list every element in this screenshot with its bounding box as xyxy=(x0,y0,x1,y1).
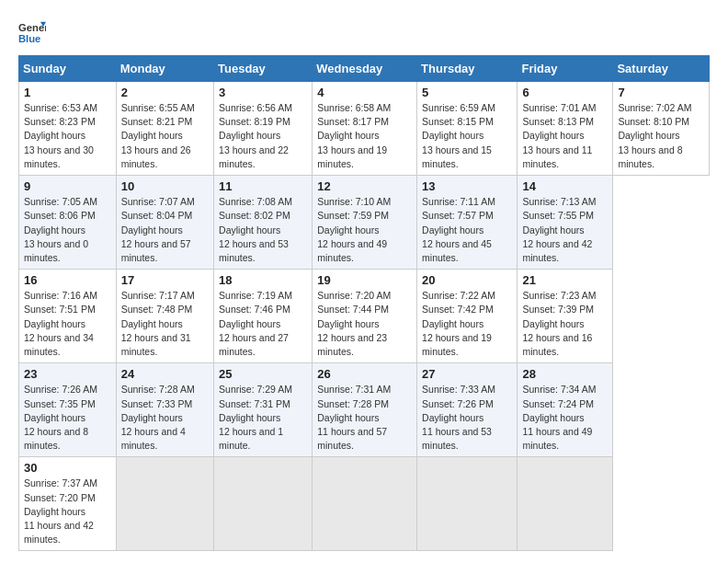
calendar-day-cell: 6Sunrise: 7:01 AMSunset: 8:13 PMDaylight… xyxy=(518,82,613,176)
logo: General Blue xyxy=(18,18,50,46)
calendar-day-cell: 30Sunrise: 7:37 AMSunset: 7:20 PMDayligh… xyxy=(19,457,117,551)
calendar-day-cell: 28Sunrise: 7:34 AMSunset: 7:24 PMDayligh… xyxy=(518,363,613,457)
calendar-day-cell xyxy=(214,457,313,551)
calendar-day-cell: 21Sunrise: 7:23 AMSunset: 7:39 PMDayligh… xyxy=(518,270,613,363)
day-info: Sunrise: 7:17 AMSunset: 7:48 PMDaylight … xyxy=(121,289,209,359)
weekday-header: Saturday xyxy=(613,56,710,82)
calendar-day-cell xyxy=(313,457,417,551)
day-number: 19 xyxy=(317,273,412,287)
day-info: Sunrise: 7:22 AMSunset: 7:42 PMDaylight … xyxy=(422,289,512,359)
day-info: Sunrise: 7:23 AMSunset: 7:39 PMDaylight … xyxy=(522,289,608,359)
calendar-day-cell: 14Sunrise: 7:13 AMSunset: 7:55 PMDayligh… xyxy=(518,176,613,270)
calendar-day-cell: 16Sunrise: 7:16 AMSunset: 7:51 PMDayligh… xyxy=(19,270,117,363)
day-info: Sunrise: 7:34 AMSunset: 7:24 PMDaylight … xyxy=(522,383,608,453)
calendar-week-row: 23Sunrise: 7:26 AMSunset: 7:35 PMDayligh… xyxy=(19,363,710,457)
day-number: 30 xyxy=(24,461,111,475)
calendar-day-cell: 4Sunrise: 6:58 AMSunset: 8:17 PMDaylight… xyxy=(313,82,417,176)
calendar-day-cell: 19Sunrise: 7:20 AMSunset: 7:44 PMDayligh… xyxy=(313,270,417,363)
day-info: Sunrise: 7:31 AMSunset: 7:28 PMDaylight … xyxy=(317,383,412,453)
day-info: Sunrise: 7:19 AMSunset: 7:46 PMDaylight … xyxy=(219,289,307,359)
day-number: 11 xyxy=(219,179,307,193)
calendar-day-cell: 26Sunrise: 7:31 AMSunset: 7:28 PMDayligh… xyxy=(313,363,417,457)
day-info: Sunrise: 6:56 AMSunset: 8:19 PMDaylight … xyxy=(219,101,307,171)
day-number: 9 xyxy=(24,179,111,193)
day-number: 1 xyxy=(24,86,111,99)
day-number: 10 xyxy=(121,179,209,193)
calendar-day-cell: 2Sunrise: 6:55 AMSunset: 8:21 PMDaylight… xyxy=(116,82,213,176)
day-number: 13 xyxy=(422,179,512,193)
day-number: 21 xyxy=(522,273,608,287)
calendar-day-cell xyxy=(417,457,518,551)
calendar-day-cell: 18Sunrise: 7:19 AMSunset: 7:46 PMDayligh… xyxy=(214,270,313,363)
calendar-day-cell: 5Sunrise: 6:59 AMSunset: 8:15 PMDaylight… xyxy=(417,82,518,176)
day-number: 16 xyxy=(24,273,111,287)
day-number: 23 xyxy=(24,367,111,381)
calendar-table: SundayMondayTuesdayWednesdayThursdayFrid… xyxy=(18,55,710,551)
calendar-day-cell: 12Sunrise: 7:10 AMSunset: 7:59 PMDayligh… xyxy=(313,176,417,270)
calendar-day-cell: 9Sunrise: 7:05 AMSunset: 8:06 PMDaylight… xyxy=(19,176,117,270)
day-info: Sunrise: 7:37 AMSunset: 7:20 PMDaylight … xyxy=(24,477,111,546)
calendar-week-row: 30Sunrise: 7:37 AMSunset: 7:20 PMDayligh… xyxy=(19,457,710,551)
calendar-day-cell xyxy=(116,457,213,551)
day-number: 4 xyxy=(317,86,412,99)
calendar-week-row: 1Sunrise: 6:53 AMSunset: 8:23 PMDaylight… xyxy=(19,82,710,176)
logo-icon: General Blue xyxy=(18,18,46,46)
day-info: Sunrise: 6:59 AMSunset: 8:15 PMDaylight … xyxy=(422,101,512,171)
calendar-day-cell: 3Sunrise: 6:56 AMSunset: 8:19 PMDaylight… xyxy=(214,82,313,176)
day-info: Sunrise: 7:05 AMSunset: 8:06 PMDaylight … xyxy=(24,195,111,265)
calendar-day-cell: 11Sunrise: 7:08 AMSunset: 8:02 PMDayligh… xyxy=(214,176,313,270)
calendar-day-cell: 25Sunrise: 7:29 AMSunset: 7:31 PMDayligh… xyxy=(214,363,313,457)
day-info: Sunrise: 7:13 AMSunset: 7:55 PMDaylight … xyxy=(522,195,608,265)
day-info: Sunrise: 7:16 AMSunset: 7:51 PMDaylight … xyxy=(24,289,111,359)
calendar-day-cell: 17Sunrise: 7:17 AMSunset: 7:48 PMDayligh… xyxy=(116,270,213,363)
calendar-day-cell: 23Sunrise: 7:26 AMSunset: 7:35 PMDayligh… xyxy=(19,363,117,457)
day-info: Sunrise: 7:20 AMSunset: 7:44 PMDaylight … xyxy=(317,289,412,359)
day-info: Sunrise: 7:01 AMSunset: 8:13 PMDaylight … xyxy=(522,101,608,171)
day-info: Sunrise: 6:55 AMSunset: 8:21 PMDaylight … xyxy=(121,101,209,171)
day-info: Sunrise: 7:07 AMSunset: 8:04 PMDaylight … xyxy=(121,195,209,265)
weekday-header: Friday xyxy=(518,56,613,82)
day-number: 3 xyxy=(219,86,307,99)
day-number: 18 xyxy=(219,273,307,287)
day-number: 6 xyxy=(522,86,608,99)
calendar-day-cell: 7Sunrise: 7:02 AMSunset: 8:10 PMDaylight… xyxy=(613,82,710,176)
calendar-week-row: 9Sunrise: 7:05 AMSunset: 8:06 PMDaylight… xyxy=(19,176,710,270)
day-number: 14 xyxy=(522,179,608,193)
day-info: Sunrise: 7:29 AMSunset: 7:31 PMDaylight … xyxy=(219,383,307,453)
calendar-header-row: SundayMondayTuesdayWednesdayThursdayFrid… xyxy=(19,56,710,82)
calendar-day-cell: 1Sunrise: 6:53 AMSunset: 8:23 PMDaylight… xyxy=(19,82,117,176)
day-number: 7 xyxy=(618,86,704,99)
day-info: Sunrise: 6:58 AMSunset: 8:17 PMDaylight … xyxy=(317,101,412,171)
day-number: 5 xyxy=(422,86,512,99)
calendar-day-cell: 27Sunrise: 7:33 AMSunset: 7:26 PMDayligh… xyxy=(417,363,518,457)
weekday-header: Sunday xyxy=(19,56,117,82)
day-info: Sunrise: 7:08 AMSunset: 8:02 PMDaylight … xyxy=(219,195,307,265)
day-info: Sunrise: 7:28 AMSunset: 7:33 PMDaylight … xyxy=(121,383,209,453)
calendar-day-cell: 24Sunrise: 7:28 AMSunset: 7:33 PMDayligh… xyxy=(116,363,213,457)
weekday-header: Thursday xyxy=(417,56,518,82)
day-number: 2 xyxy=(121,86,209,99)
day-info: Sunrise: 7:33 AMSunset: 7:26 PMDaylight … xyxy=(422,383,512,453)
day-number: 17 xyxy=(121,273,209,287)
page-header: General Blue xyxy=(18,18,710,46)
day-number: 28 xyxy=(522,367,608,381)
day-number: 26 xyxy=(317,367,412,381)
day-number: 27 xyxy=(422,367,512,381)
day-info: Sunrise: 6:53 AMSunset: 8:23 PMDaylight … xyxy=(24,101,111,171)
calendar-day-cell xyxy=(518,457,613,551)
weekday-header: Wednesday xyxy=(313,56,417,82)
day-info: Sunrise: 7:10 AMSunset: 7:59 PMDaylight … xyxy=(317,195,412,265)
calendar-day-cell: 20Sunrise: 7:22 AMSunset: 7:42 PMDayligh… xyxy=(417,270,518,363)
day-info: Sunrise: 7:26 AMSunset: 7:35 PMDaylight … xyxy=(24,383,111,453)
day-info: Sunrise: 7:11 AMSunset: 7:57 PMDaylight … xyxy=(422,195,512,265)
calendar-day-cell: 10Sunrise: 7:07 AMSunset: 8:04 PMDayligh… xyxy=(116,176,213,270)
weekday-header: Tuesday xyxy=(214,56,313,82)
day-info: Sunrise: 7:02 AMSunset: 8:10 PMDaylight … xyxy=(618,101,704,171)
calendar-week-row: 16Sunrise: 7:16 AMSunset: 7:51 PMDayligh… xyxy=(19,270,710,363)
weekday-header: Monday xyxy=(116,56,213,82)
svg-text:Blue: Blue xyxy=(18,33,40,44)
day-number: 24 xyxy=(121,367,209,381)
day-number: 12 xyxy=(317,179,412,193)
day-number: 25 xyxy=(219,367,307,381)
calendar-day-cell: 13Sunrise: 7:11 AMSunset: 7:57 PMDayligh… xyxy=(417,176,518,270)
